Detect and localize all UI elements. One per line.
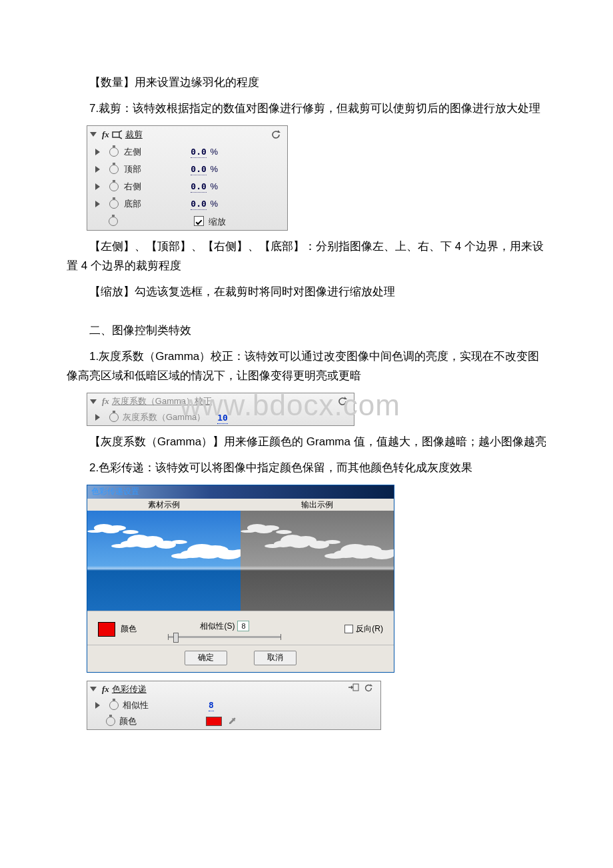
cancel-button[interactable]: 取消 — [254, 651, 297, 665]
color-swatch-small[interactable] — [206, 717, 222, 726]
setup-icon[interactable] — [348, 683, 359, 695]
crop-row-bottom[interactable]: 底部 0.0 % — [87, 195, 287, 213]
similarity-slider[interactable] — [168, 636, 281, 638]
crop-title: 裁剪 — [125, 129, 143, 141]
source-preview-label: 素材示例 — [87, 499, 241, 511]
color-row-label: 颜色 — [119, 715, 137, 727]
stopwatch-icon[interactable] — [106, 717, 115, 726]
svg-rect-0 — [113, 132, 119, 137]
stopwatch-icon[interactable] — [109, 413, 119, 422]
para-gamma-desc: 【灰度系数（Gramma）】用来修正颜色的 Gramma 值，值越大，图像越暗；… — [67, 433, 546, 452]
stopwatch-icon[interactable] — [109, 701, 119, 710]
color-pass-header-row[interactable]: fx 色彩传递 — [87, 681, 380, 697]
reset-icon[interactable] — [363, 683, 374, 695]
gamma-effect-panel: fx 灰度系数（Gamma）校正 灰度系数（Gamma） 10 — [87, 393, 354, 426]
percent-label: % — [210, 199, 218, 209]
ok-button[interactable]: 确定 — [185, 651, 227, 665]
crop-bottom-value[interactable]: 0.0 — [191, 199, 206, 210]
scale-checkbox[interactable] — [194, 216, 204, 226]
expand-icon[interactable] — [95, 201, 100, 207]
similarity-label: 相似性(S) — [200, 621, 235, 632]
color-pass-dialog: 色彩传递设置 素材示例 输出示例 颜色 — [87, 485, 394, 673]
crop-icon — [112, 130, 123, 139]
crop-top-value[interactable]: 0.0 — [191, 164, 206, 175]
crop-bottom-label: 底部 — [124, 198, 141, 210]
output-preview — [241, 511, 394, 611]
dialog-title-text: 色彩传递设置 — [91, 486, 139, 497]
expand-icon[interactable] — [95, 702, 100, 709]
para-gamma-intro: 1.灰度系数（Gramma）校正：该特效可以通过改变图像中间色调的亮度，实现在不… — [67, 347, 546, 386]
crop-row-right[interactable]: 右侧 0.0 % — [87, 178, 287, 195]
similarity-value[interactable]: 8 — [237, 621, 249, 631]
stopwatch-icon[interactable] — [109, 147, 119, 157]
color-label: 颜色 — [121, 623, 137, 635]
reverse-checkbox[interactable] — [344, 625, 353, 633]
heading-image-control: 二、图像控制类特效 — [67, 321, 546, 341]
collapse-icon[interactable] — [90, 687, 97, 691]
color-pass-title: 色彩传递 — [112, 683, 147, 695]
gamma-value[interactable]: 10 — [217, 413, 228, 424]
crop-left-value[interactable]: 0.0 — [191, 147, 206, 158]
crop-right-value[interactable]: 0.0 — [191, 181, 206, 193]
reverse-label: 反向(R) — [356, 623, 383, 635]
gamma-value-row[interactable]: 灰度系数（Gamma） 10 — [87, 409, 354, 425]
reset-icon[interactable] — [336, 397, 348, 406]
similarity-row-label: 相似性 — [123, 699, 149, 711]
gamma-row-label: 灰度系数（Gamma） — [123, 411, 205, 423]
para-amount: 【数量】用来设置边缘羽化的程度 — [67, 73, 546, 93]
color-row[interactable]: 颜色 — [87, 713, 380, 729]
source-preview — [87, 511, 241, 611]
stopwatch-icon[interactable] — [109, 182, 119, 191]
para-scale-desc: 【缩放】勾选该复选框，在裁剪时将同时对图像进行缩放处理 — [67, 283, 546, 302]
dialog-titlebar: 色彩传递设置 — [87, 485, 394, 499]
crop-top-label: 顶部 — [124, 163, 141, 175]
stopwatch-icon[interactable] — [109, 217, 118, 226]
stopwatch-icon[interactable] — [109, 165, 119, 174]
crop-row-top[interactable]: 顶部 0.0 % — [87, 161, 287, 178]
collapse-icon[interactable] — [90, 132, 97, 137]
output-preview-label: 输出示例 — [241, 499, 394, 511]
expand-icon[interactable] — [95, 414, 100, 421]
expand-icon[interactable] — [95, 149, 100, 155]
crop-header-row[interactable]: fx 裁剪 — [87, 126, 287, 143]
fx-icon: fx — [102, 396, 109, 407]
crop-left-label: 左侧 — [124, 146, 141, 158]
similarity-row-value[interactable]: 8 — [209, 700, 214, 711]
expand-icon[interactable] — [95, 166, 100, 173]
percent-label: % — [210, 164, 218, 174]
fx-icon: fx — [102, 129, 109, 140]
stopwatch-icon[interactable] — [109, 199, 119, 209]
percent-label: % — [210, 147, 218, 157]
eyedropper-icon[interactable] — [227, 717, 237, 726]
crop-effect-panel: fx 裁剪 左侧 0.0 % 顶部 0.0 % — [87, 125, 288, 231]
similarity-row[interactable]: 相似性 8 — [87, 697, 380, 713]
collapse-icon[interactable] — [90, 399, 97, 404]
gamma-header-row[interactable]: fx 灰度系数（Gamma）校正 — [87, 393, 354, 409]
para-crop-intro: 7.裁剪：该特效根据指定的数值对图像进行修剪，但裁剪可以使剪切后的图像进行放大处… — [67, 99, 546, 119]
percent-label: % — [210, 181, 218, 191]
fx-icon: fx — [102, 684, 109, 695]
crop-row-scale[interactable]: 缩放 — [87, 213, 287, 230]
para-crop-sides: 【左侧】、【顶部】、【右侧】、【底部】：分别指图像左、上、右、下 4 个边界，用… — [67, 237, 546, 276]
reset-icon[interactable] — [270, 130, 282, 139]
expand-icon[interactable] — [95, 183, 100, 190]
color-pass-effect-panel: fx 色彩传递 相似性 8 颜色 — [87, 681, 381, 730]
crop-right-label: 右侧 — [124, 181, 141, 193]
crop-row-left[interactable]: 左侧 0.0 % — [87, 143, 287, 161]
slider-thumb[interactable] — [173, 633, 179, 643]
scale-label: 缩放 — [209, 217, 226, 227]
svg-rect-1 — [353, 684, 358, 691]
para-colorpass-intro: 2.色彩传递：该特效可以将图像中指定颜色保留，而其他颜色转化成灰度效果 — [67, 459, 546, 478]
gamma-title: 灰度系数（Gamma）校正 — [112, 395, 212, 407]
color-swatch[interactable] — [98, 622, 115, 637]
